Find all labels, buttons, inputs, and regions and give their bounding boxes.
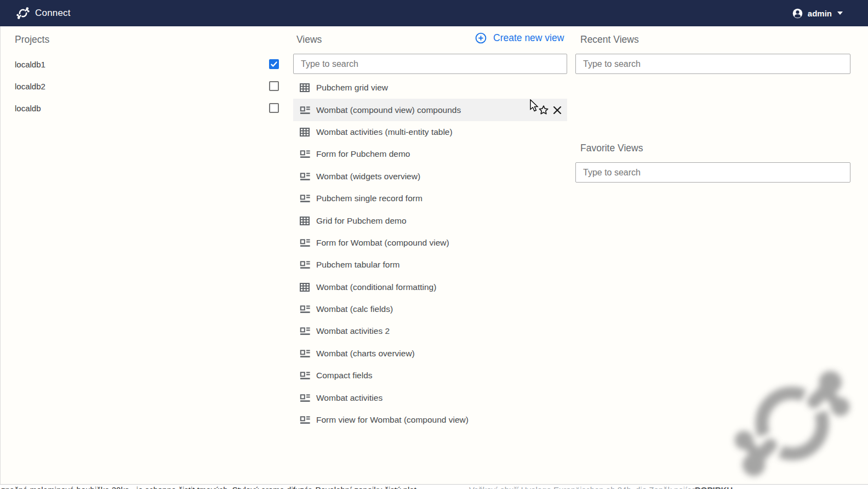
form-view-icon — [299, 414, 310, 425]
view-item-label: Grid for Pubchem demo — [316, 216, 407, 226]
grid-view-icon — [299, 215, 310, 226]
view-item-label: Pubchem grid view — [316, 83, 388, 93]
clipped-underlying-page-text: značná melaminová houbička 30ks - je sch… — [0, 484, 868, 489]
form-view-icon — [299, 259, 310, 270]
view-item-label: Wombat (calc fields) — [316, 304, 393, 314]
view-item-label: Wombat activities 2 — [316, 326, 390, 336]
form-view-icon — [299, 370, 310, 381]
user-avatar-icon — [792, 8, 803, 19]
view-list-item[interactable]: Wombat (widgets overview) — [293, 166, 567, 187]
view-list-item[interactable]: Wombat activities — [293, 386, 567, 408]
views-list: Pubchem grid viewWombat (compound view) … — [293, 77, 567, 431]
view-list-item[interactable]: Wombat (compound view) compounds — [293, 99, 567, 121]
connect-logo-icon[interactable] — [16, 7, 30, 20]
brand-title: Connect — [35, 8, 71, 19]
view-list-item[interactable]: Wombat (calc fields) — [293, 298, 567, 320]
view-item-label: Wombat activities — [316, 393, 382, 403]
view-list-item[interactable]: Wombat (charts overview) — [293, 343, 567, 365]
form-view-icon — [299, 193, 310, 204]
form-view-icon — [299, 105, 310, 116]
projects-list: localdb1localdb2localdb — [0, 53, 293, 119]
view-list-item[interactable]: Compact fields — [293, 365, 567, 386]
view-list-item[interactable]: Form for Wombat (compound view) — [293, 232, 567, 254]
form-view-icon — [299, 149, 310, 160]
projects-section-title: Projects — [15, 34, 49, 46]
view-list-item[interactable]: Wombat activities (multi-entity table) — [293, 121, 567, 143]
views-search-input[interactable] — [293, 54, 567, 74]
view-list-item[interactable]: Grid for Pubchem demo — [293, 209, 567, 231]
plus-circle-icon — [475, 32, 487, 44]
grid-view-icon — [299, 282, 310, 293]
project-name: localdb — [15, 104, 41, 113]
recent-views-search-input[interactable] — [575, 54, 850, 74]
clipped-text-left: značná melaminová houbička 30ks - je sch… — [1, 485, 419, 489]
top-navbar: Connect admin — [0, 0, 868, 26]
chevron-down-icon — [837, 12, 843, 15]
view-list-item[interactable]: Wombat (conditional formatting) — [293, 276, 567, 298]
remove-view-icon[interactable] — [552, 105, 562, 115]
form-view-icon — [299, 304, 310, 315]
form-view-icon — [299, 348, 310, 359]
project-list-item[interactable]: localdb2 — [0, 75, 293, 97]
recent-views-section-title: Recent Views — [580, 34, 639, 46]
view-item-label: Pubchem single record form — [316, 194, 422, 203]
view-item-label: Wombat activities (multi-entity table) — [316, 127, 453, 137]
grid-view-icon — [299, 127, 310, 138]
view-list-item[interactable]: Pubchem grid view — [293, 77, 567, 99]
view-item-label: Pubchem tabular form — [316, 260, 400, 270]
project-checkbox[interactable] — [269, 81, 279, 91]
create-new-view-button[interactable]: Create new view — [475, 32, 564, 44]
form-view-icon — [299, 237, 310, 248]
form-view-icon — [299, 326, 310, 337]
form-view-icon — [299, 393, 310, 403]
view-list-item[interactable]: Form view for Wombat (compound view) — [293, 409, 567, 431]
project-checkbox[interactable] — [269, 59, 279, 69]
view-list-item[interactable]: Form for Pubchem demo — [293, 143, 567, 165]
project-list-item[interactable]: localdb — [0, 97, 293, 119]
view-item-label: Compact fields — [316, 371, 373, 380]
view-item-label: Wombat (conditional formatting) — [316, 282, 436, 292]
favorite-views-section-title: Favorite Views — [580, 143, 643, 154]
form-view-icon — [299, 171, 310, 182]
view-list-item[interactable]: Pubchem single record form — [293, 187, 567, 209]
view-list-item[interactable]: Pubchem tabular form — [293, 254, 567, 276]
grid-view-icon — [299, 82, 310, 93]
create-new-view-label: Create new view — [493, 32, 564, 44]
view-item-label: Wombat (compound view) compounds — [316, 105, 461, 115]
project-list-item[interactable]: localdb1 — [0, 53, 293, 75]
user-menu[interactable]: admin — [792, 0, 843, 26]
project-name: localdb1 — [15, 60, 45, 69]
user-name: admin — [808, 9, 832, 18]
view-list-item[interactable]: Wombat activities 2 — [293, 320, 567, 342]
favorite-views-search-input[interactable] — [575, 162, 850, 183]
view-item-label: Wombat (widgets overview) — [316, 172, 420, 181]
view-item-label: Form for Wombat (compound view) — [316, 238, 449, 248]
connect-watermark-logo-icon — [733, 365, 851, 485]
view-row-actions — [538, 104, 567, 116]
clipped-text-middle: Važkoví obuří Uvelege Europäischen ab 84… — [469, 485, 696, 489]
view-item-label: Form view for Wombat (compound view) — [316, 415, 469, 425]
project-checkbox[interactable] — [269, 103, 279, 113]
view-item-label: Form for Pubchem demo — [316, 149, 410, 159]
clipped-text-right: DOPIRKU — [695, 485, 733, 489]
favorite-star-icon[interactable] — [538, 104, 550, 116]
view-item-label: Wombat (charts overview) — [316, 349, 415, 359]
views-section-title: Views — [296, 34, 322, 46]
project-name: localdb2 — [15, 82, 45, 91]
